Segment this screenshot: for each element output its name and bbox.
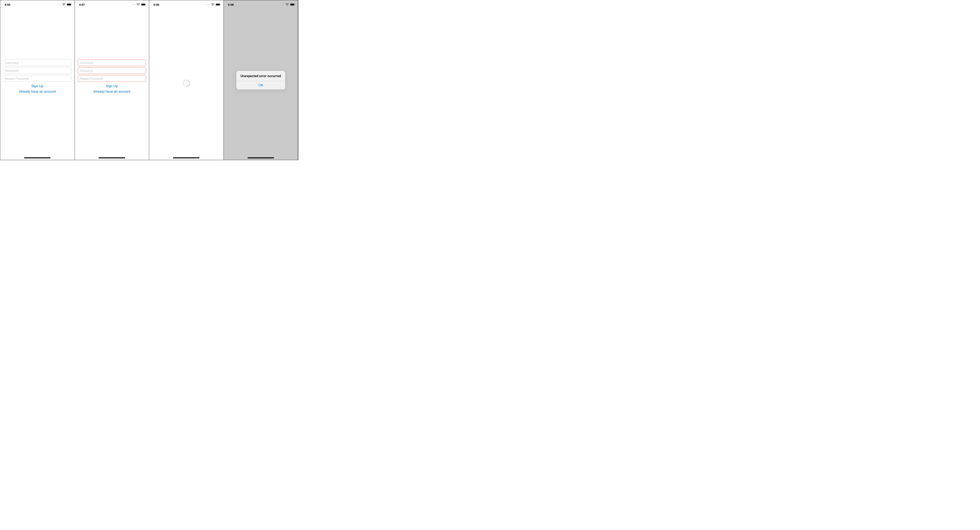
- status-bar: 5:00: [149, 0, 223, 9]
- status-time: 4:57: [79, 3, 85, 6]
- svg-rect-4: [142, 4, 145, 5]
- password-placeholder: Password: [5, 69, 18, 72]
- repeat-password-field[interactable]: Repeat Password: [3, 75, 72, 82]
- status-indicators: [57, 3, 72, 6]
- battery-icon: [141, 3, 146, 6]
- signup-form: Username Password Repeat Password Sign U…: [75, 9, 149, 160]
- battery-icon: [216, 3, 221, 6]
- already-have-account-link[interactable]: Already have an account: [3, 90, 72, 94]
- status-time: 5:00: [153, 3, 159, 6]
- signup-form: Username Password Repeat Password Sign U…: [0, 9, 75, 160]
- svg-rect-1: [67, 4, 71, 5]
- cellular-dots-icon: [132, 4, 135, 5]
- status-bar: 4:55: [0, 0, 75, 9]
- status-bar: 4:57: [75, 0, 149, 9]
- loading-area: [149, 9, 223, 160]
- repeat-password-placeholder: Repeat Password: [5, 77, 29, 80]
- alert-title: Unexpected error occurred: [236, 71, 285, 81]
- username-field[interactable]: Username: [3, 59, 72, 66]
- status-indicators: [132, 3, 146, 6]
- already-have-account-link[interactable]: Already have an account: [78, 90, 146, 94]
- screen-signup-default: 4:55 Username Password Repeat Password S…: [0, 0, 75, 160]
- spinner-icon: [183, 81, 189, 87]
- home-indicator: [99, 157, 125, 158]
- alert-ok-button[interactable]: OK: [236, 81, 285, 89]
- wifi-icon: [211, 3, 215, 6]
- username-placeholder: Username: [80, 61, 93, 65]
- cellular-dots-icon: [57, 4, 61, 5]
- screen-loading: 5:00: [149, 0, 224, 160]
- password-field[interactable]: Password: [78, 67, 146, 74]
- signup-button[interactable]: Sign Up: [78, 84, 146, 88]
- battery-icon: [67, 3, 72, 6]
- home-indicator: [248, 157, 274, 158]
- username-field[interactable]: Username: [78, 59, 146, 66]
- repeat-password-placeholder: Repeat Password: [80, 77, 103, 80]
- password-placeholder: Password: [80, 69, 93, 72]
- home-indicator: [173, 157, 199, 158]
- status-time: 4:55: [5, 3, 10, 6]
- home-indicator: [24, 157, 51, 158]
- signup-button[interactable]: Sign Up: [3, 84, 72, 88]
- alert-backdrop: Unexpected error occurred OK: [224, 0, 298, 160]
- screen-signup-error: 4:57 Username Password Repeat Password S…: [75, 0, 150, 160]
- screen-alert: 5:08 Unexpected error occurred OK: [224, 0, 298, 160]
- svg-rect-8: [220, 4, 221, 5]
- repeat-password-field[interactable]: Repeat Password: [78, 75, 146, 82]
- wifi-icon: [62, 3, 65, 6]
- password-field[interactable]: Password: [3, 67, 72, 74]
- wifi-icon: [137, 3, 140, 6]
- svg-rect-2: [71, 4, 72, 5]
- username-placeholder: Username: [5, 61, 19, 65]
- status-indicators: [206, 3, 221, 6]
- cellular-dots-icon: [206, 4, 210, 5]
- svg-rect-7: [216, 4, 220, 5]
- alert-dialog: Unexpected error occurred OK: [236, 71, 285, 89]
- svg-rect-5: [146, 4, 146, 5]
